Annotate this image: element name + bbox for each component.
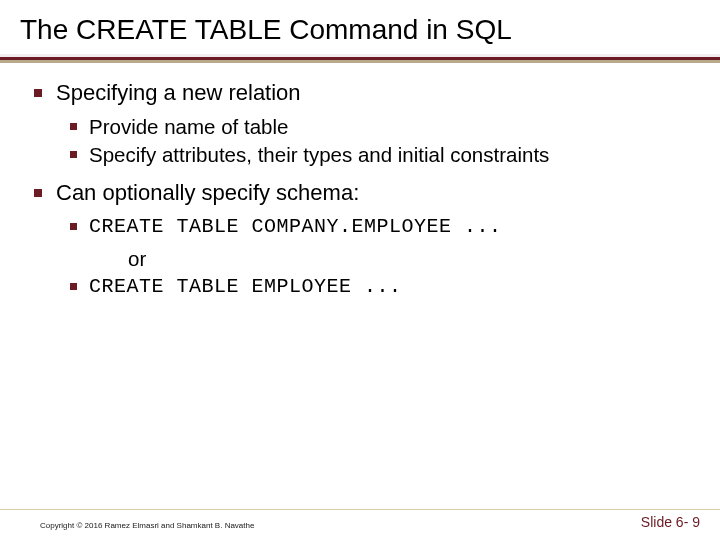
bullet-text: Specifying a new relation [56,79,301,108]
square-bullet-icon [34,89,42,97]
bullet-level1: Specifying a new relation [34,79,686,108]
square-bullet-icon [70,151,77,158]
content-area: Specifying a new relation Provide name o… [0,63,720,300]
bullet-text: Can optionally specify schema: [56,179,359,208]
bullet-level2: Provide name of table [70,114,686,141]
code-text: CREATE TABLE EMPLOYEE ... [89,274,402,300]
bullet-level2: CREATE TABLE EMPLOYEE ... [70,274,686,300]
bullet-level2: CREATE TABLE COMPANY.EMPLOYEE ... [70,214,686,240]
slide: The CREATE TABLE Command in SQL Specifyi… [0,0,720,540]
slide-title: The CREATE TABLE Command in SQL [0,0,720,54]
bullet-text: Provide name of table [89,114,288,141]
bullet-level2: Specify attributes, their types and init… [70,142,686,169]
sub-bullets-1: Provide name of table Specify attributes… [70,114,686,169]
slide-number: Slide 6- 9 [641,514,700,530]
sub-sub: or [106,246,686,273]
copyright-text: Copyright © 2016 Ramez Elmasri and Shamk… [40,521,254,530]
bullet-text: Specify attributes, their types and init… [89,142,549,169]
bullet-level1: Can optionally specify schema: [34,179,686,208]
or-text: or [128,246,686,273]
square-bullet-icon [70,223,77,230]
square-bullet-icon [70,123,77,130]
code-text: CREATE TABLE COMPANY.EMPLOYEE ... [89,214,502,240]
sub-bullets-2: CREATE TABLE COMPANY.EMPLOYEE ... or CRE… [70,214,686,301]
footer: Copyright © 2016 Ramez Elmasri and Shamk… [0,508,720,540]
square-bullet-icon [70,283,77,290]
square-bullet-icon [34,189,42,197]
